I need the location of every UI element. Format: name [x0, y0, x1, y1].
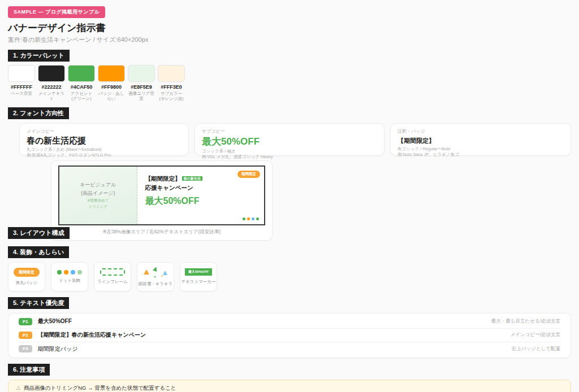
swatch-badge: #FF9800 バッジ・あしらい [98, 65, 125, 102]
section-heading-palette: 1. カラーパレット [8, 50, 70, 62]
priority-badge-p1: P1 [19, 318, 32, 325]
note-item: △ 商品画像のトリミングNG → 背景を含めた状態で配置すること [16, 384, 563, 392]
section-heading-notes: 6. 注意事項 [8, 364, 50, 376]
font-note: ゴシック系 / 極太 [202, 149, 377, 155]
warning-triangle-icon: △ [16, 384, 20, 392]
deco-card-text-marker: 最大50%OFF テキストマーカー [180, 262, 217, 291]
deco-card-confetti: 紙吹雪・キラキラ [137, 262, 174, 291]
decoration-cards: 期間限定 角丸バッジ ドット装飾 ラインフレーム 紙吹雪・キ [8, 262, 571, 291]
confetti-sample [141, 267, 170, 278]
swatch-hex: #222222 [38, 84, 65, 90]
font-sample-sub-copy: 最大50%OFF [202, 135, 377, 148]
dot [64, 270, 68, 275]
swatch-label: バッジ・あしらい [98, 91, 125, 102]
priority-badge-p3: P3 [19, 345, 32, 352]
font-cards: メインコピー 春の新生活応援 丸ゴシック系 / 太め (Black〜ExtraB… [19, 123, 571, 156]
swatch-hex: #FF9800 [98, 84, 125, 90]
deco-card-label: テキストマーカー [181, 279, 215, 285]
priority-note: メインコピー/必須文言 [511, 332, 560, 338]
dot [247, 217, 250, 220]
color-palette: #FFFFFF ベース背景 #222222 メインテキスト #4CAF50 アク… [8, 65, 571, 102]
swatch-color-image-bg [128, 65, 155, 82]
banner-mockup: キービジュアル (商品イメージ) ※背景含めて トリミング 期間限定 【期間限定… [58, 165, 265, 225]
swatch-sub-color: #FFF3E0 サブカラー(オレンジ淡) [158, 65, 185, 102]
font-note: 角ゴシック / Regular〜Bold [397, 146, 564, 153]
font-sample-main-copy: 春の新生活応援 [27, 136, 182, 146]
dot [57, 270, 62, 275]
swatch-label: 画像エリア背景 [128, 91, 155, 102]
font-card-main-copy: メインコピー 春の新生活応援 丸ゴシック系 / 太め (Black〜ExtraB… [19, 123, 189, 156]
spec-sheet-page: SAMPLE — ブログ掲載用サンプル バナーデザイン指示書 案件:春の新生活キ… [0, 0, 579, 392]
priority-badge-p2: P2 [19, 332, 32, 339]
swatch-label: アクセント(グリーン) [68, 91, 95, 102]
confetti-dot-green [154, 276, 156, 278]
rounded-badge-sample: 期間限定 [14, 268, 40, 277]
note-text: 商品画像のトリミングNG → 背景を含めた状態で配置すること [24, 384, 176, 392]
notes-box: △ 商品画像のトリミングNG → 背景を含めた状態で配置すること △ 文言テキス… [8, 380, 571, 392]
font-card-label: サブコピー [202, 128, 377, 134]
swatch-color-base [8, 65, 35, 82]
deco-card-label: ラインフレーム [97, 279, 128, 285]
swatch-color-badge [98, 65, 125, 82]
priority-row-p1: P1 最大50%OFF 最大・最も目立たせる/必須文言 [19, 315, 560, 329]
dot [256, 217, 259, 220]
font-card-sub-copy: サブコピー 最大50%OFF ゴシック系 / 極太 例:VDL メガ丸、源柔ゴシ… [195, 123, 384, 156]
deco-card-label: ドット装飾 [59, 278, 80, 284]
priority-text: 【期間限定】春の新生活応援キャンペーン [38, 331, 146, 339]
banner-text-area: 期間限定 【期間限定】春の新生活 応援キャンペーン 最大50%OFF [137, 167, 264, 224]
deco-card-line-frame: ラインフレーム [94, 262, 131, 291]
page-title: バナーデザイン指示書 [8, 21, 571, 34]
banner-corner-badge: 期間限定 [237, 171, 260, 178]
deco-card-label: 角丸バッジ [16, 280, 37, 286]
image-area-note: トリミング [89, 204, 107, 210]
swatch-color-sub [158, 65, 185, 82]
layout-section: 3. レイアウト構成 キービジュアル (商品イメージ) ※背景含めて トリミング… [8, 160, 571, 241]
section-heading-priority: 5. テキスト優先度 [8, 297, 69, 309]
swatch-accent: #4CAF50 アクセント(グリーン) [68, 65, 95, 102]
image-area-text: (商品イメージ) [81, 190, 115, 197]
font-sample-badge: 【期間限定】 [397, 137, 564, 145]
font-note: 丸ゴシック系 / 太め (Black〜ExtraBold) [27, 147, 182, 153]
swatch-label: ベース背景 [8, 91, 35, 96]
swatch-base: #FFFFFF ベース背景 [8, 65, 35, 102]
section-heading-layout: 3. レイアウト構成 [8, 227, 70, 239]
swatch-main-text: #222222 メインテキスト [38, 65, 65, 102]
dot [77, 270, 82, 275]
layout-card: キービジュアル (商品イメージ) ※背景含めて トリミング 期間限定 【期間限定… [51, 160, 273, 241]
section-heading-fonts: 2. フォント方向性 [8, 107, 69, 119]
confetti-triangle-orange [144, 269, 149, 275]
swatch-hex: #4CAF50 [68, 84, 95, 90]
image-area-text: キービジュアル [80, 181, 116, 189]
font-note: 例:Noto Sans JP、ヒラギノ角ゴ [397, 152, 564, 158]
line-frame-sample [100, 268, 125, 276]
banner-marker-text: 春の新生活 [182, 176, 202, 181]
swatch-hex: #FFFFFF [8, 84, 35, 90]
banner-copy-line2: 応援キャンペーン [145, 184, 256, 192]
banner-image-area: キービジュアル (商品イメージ) ※背景含めて トリミング [59, 167, 137, 224]
sample-badge: SAMPLE — ブログ掲載用サンプル [8, 6, 105, 18]
dot [71, 270, 75, 275]
font-note: 例:筑紫A丸ゴシック、FOT-ロダンNTLG Pro [27, 153, 182, 159]
priority-row-p3: P3 期間限定バッジ 右上バッジとして配置 [19, 342, 560, 356]
swatch-hex: #FFF3E0 [158, 84, 185, 90]
swatch-color-main-text [38, 65, 65, 82]
deco-card-label: 紙吹雪・キラキラ [139, 281, 173, 287]
banner-badge-text: 【期間限定】 [145, 175, 181, 182]
swatch-label: メインテキスト [38, 91, 65, 102]
text-marker-sample: 最大50%OFF [185, 268, 212, 276]
banner-dot-decoration [243, 217, 259, 220]
priority-note: 右上バッジとして配置 [512, 346, 560, 352]
page-subtitle: 案件:春の新生活キャンペーン / サイズ:640×200px [8, 36, 571, 44]
confetti-dot-orange [161, 275, 163, 277]
dot [243, 217, 245, 220]
section-heading-decorations: 4. 装飾・あしらい [8, 246, 69, 258]
priority-table: P1 最大50%OFF 最大・最も目立たせる/必須文言 P2 【期間限定】春の新… [8, 313, 571, 358]
confetti-triangle-blue [163, 271, 167, 275]
font-note: 例:VDL メガ丸、源柔ゴシック Heavy [202, 154, 377, 160]
swatch-color-accent [68, 65, 95, 82]
confetti-triangle-green [153, 266, 158, 272]
swatch-image-bg: #E8F5E9 画像エリア背景 [128, 65, 155, 102]
font-card-label: メインコピー [27, 128, 182, 134]
font-card-badge: 注釈・バッジ 【期間限定】 角ゴシック / Regular〜Bold 例:Not… [390, 123, 571, 156]
deco-card-dots: ドット装飾 [51, 262, 88, 291]
